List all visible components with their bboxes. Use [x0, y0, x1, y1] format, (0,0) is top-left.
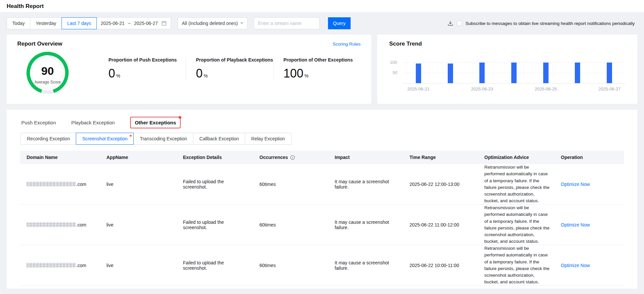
date-end: 2025-06-27 — [134, 21, 158, 26]
stat-push-value: 0 — [108, 67, 115, 80]
stat-playback-unit: % — [204, 73, 208, 78]
report-overview-title: Report Overview — [17, 41, 62, 47]
scoring-rules-link[interactable]: Scoring Rules — [333, 42, 361, 47]
tab-other-exceptions[interactable]: Other Exceptions — [130, 117, 181, 128]
cell-operation: Optimize Now — [554, 263, 624, 268]
y-axis-label-100: 100 — [390, 60, 397, 65]
exception-tabs: Push Exception Playback Exception Other … — [13, 116, 631, 128]
cell-occurrences: 60times — [253, 222, 328, 227]
domain-suffix: .com — [76, 182, 86, 187]
query-button[interactable]: Query — [328, 17, 351, 29]
cell-exception-details: Failed to upload the screenshot. — [176, 220, 253, 230]
trend-bar — [511, 63, 517, 83]
download-icon[interactable] — [447, 20, 453, 26]
subtab-transcoding-exception[interactable]: Transcoding Exception — [133, 133, 193, 145]
domain-redacted — [27, 222, 76, 227]
trend-bar-slot: 2025-06-21 — [402, 63, 434, 83]
trend-bar-slot — [562, 63, 594, 83]
cell-exception-details: Failed to upload the screenshot. — [176, 179, 253, 190]
stat-push-exceptions: Proportion of Push Exceptions 0% — [98, 57, 186, 80]
subtab-relay-exception[interactable]: Relay Exception — [245, 133, 291, 145]
subscribe-checkbox[interactable] — [457, 21, 462, 26]
x-axis-tick-label: 2025-06-27 — [598, 86, 621, 91]
trend-bar-slot — [498, 63, 530, 83]
trend-bar-slot: 2025-06-25 — [530, 63, 562, 83]
cell-impact: It may cause a screenshot failure. — [328, 220, 403, 230]
cell-time-range: 2025-06-22 10:00-11:00 — [403, 263, 478, 268]
x-axis-tick-label: 2025-06-21 — [407, 86, 430, 91]
info-icon[interactable] — [290, 155, 295, 160]
cell-optimization-advice: Retransmission will be performed automat… — [478, 164, 554, 205]
trend-bar — [448, 64, 453, 83]
col-operation: Operation — [554, 155, 624, 160]
notification-dot — [179, 116, 181, 119]
domain-redacted — [27, 182, 76, 187]
cell-time-range: 2025-06-22 12:00-13:00 — [403, 182, 478, 187]
stat-other-exceptions: Proportion of Other Exceptions 100% — [273, 57, 361, 80]
trend-bar — [479, 63, 485, 83]
domain-suffix: .com — [76, 222, 86, 227]
optimize-now-link[interactable]: Optimize Now — [561, 222, 590, 227]
stat-push-unit: % — [116, 73, 120, 78]
x-axis-tick-label: 2025-06-23 — [471, 86, 493, 91]
subtab-screenshot-exception[interactable]: Screenshot Exception — [76, 133, 134, 145]
table-row: .com live Failed to upload the screensho… — [20, 245, 624, 286]
cell-optimization-advice: Retransmission will be performed automat… — [478, 245, 554, 286]
cell-domain: .com — [20, 222, 100, 227]
tab-playback-exception[interactable]: Playback Exception — [71, 120, 115, 125]
trend-bar-slot: 2025-06-23 — [466, 63, 498, 83]
stream-filter-value: All (including deleted ones) — [182, 21, 238, 26]
today-button[interactable]: Today — [7, 17, 30, 29]
optimize-now-link[interactable]: Optimize Now — [561, 263, 590, 268]
stat-other-value: 100 — [283, 67, 303, 80]
exceptions-card: Push Exception Playback Exception Other … — [7, 110, 637, 289]
col-optimization-advice: Optimization Advice — [478, 155, 554, 160]
average-score-gauge: 90 Average Score — [23, 48, 73, 98]
table-row: .com live Failed to upload the screensho… — [20, 205, 624, 245]
cell-appname: live — [100, 263, 176, 268]
table-header-row: Domain Name AppName Exception Details Oc… — [20, 151, 624, 164]
stat-other-unit: % — [304, 73, 308, 78]
subtab-callback-exception[interactable]: Callback Exception — [193, 133, 245, 145]
col-impact: Impact — [328, 155, 403, 160]
cell-appname: live — [100, 222, 176, 227]
cell-time-range: 2025-06-22 11:00-12:00 — [403, 222, 478, 227]
y-axis-label-50: 50 — [393, 70, 397, 75]
trend-bar — [575, 63, 580, 83]
col-exception-details: Exception Details — [176, 155, 253, 160]
yesterday-button[interactable]: Yesterday — [30, 17, 62, 29]
score-trend-title: Score Trend — [389, 41, 422, 47]
cell-appname: live — [100, 182, 176, 187]
report-overview-card: Report Overview Scoring Rules 90 Average… — [7, 35, 371, 104]
subtab-recording-exception[interactable]: Recording Exception — [21, 133, 76, 145]
trend-bar — [607, 63, 612, 83]
date-separator: ~ — [128, 21, 131, 26]
average-score-value: 90 — [23, 65, 73, 77]
date-range-picker[interactable]: 2025-06-21 ~ 2025-06-27 — [96, 17, 171, 29]
trend-bar-slot: 2025-06-27 — [593, 63, 625, 83]
x-axis-baseline — [402, 83, 625, 83]
trend-bar — [543, 63, 549, 83]
score-trend-plot: 2025-06-212025-06-232025-06-252025-06-27 — [402, 63, 625, 83]
stat-playback-exceptions: Proportion of Playback Exceptions 0% — [186, 57, 273, 80]
col-domain-name: Domain Name — [20, 155, 100, 160]
col-occurrences: Occurrences — [253, 155, 328, 160]
stream-name-input[interactable] — [254, 17, 320, 29]
topbar: Health Report — [0, 0, 644, 13]
stream-filter-select[interactable]: All (including deleted ones) — [178, 17, 247, 29]
exception-proportions: Proportion of Push Exceptions 0% Proport… — [98, 57, 361, 80]
domain-redacted — [27, 263, 76, 268]
toolbar-right: Subscribe to messages to obtain live str… — [447, 20, 637, 26]
optimize-now-link[interactable]: Optimize Now — [561, 182, 590, 187]
x-axis-tick-label: 2025-06-25 — [535, 86, 557, 91]
trend-bar — [416, 64, 421, 83]
summary-cards-row: Report Overview Scoring Rules 90 Average… — [7, 35, 637, 104]
last-7-days-button[interactable]: Last 7 days — [62, 17, 97, 29]
chevron-down-icon — [240, 21, 244, 26]
stat-playback-value: 0 — [196, 67, 203, 80]
cell-impact: It may cause a screenshot failure. — [328, 260, 403, 271]
cell-occurrences: 60times — [253, 182, 328, 187]
cell-domain: .com — [20, 263, 100, 268]
calendar-icon[interactable] — [161, 21, 167, 26]
tab-push-exception[interactable]: Push Exception — [21, 120, 56, 125]
